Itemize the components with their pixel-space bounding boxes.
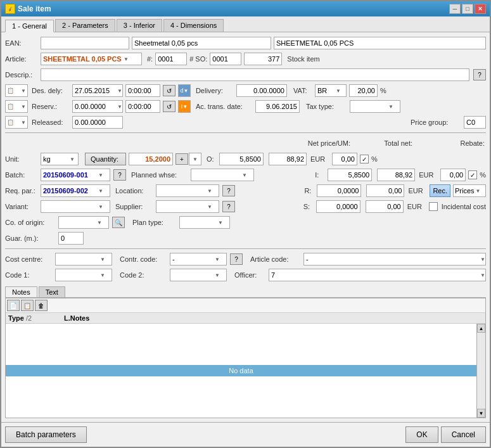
- scroll-up-arrow[interactable]: ▲: [477, 324, 485, 333]
- vat-pct-input[interactable]: [349, 84, 378, 97]
- location-help-icon[interactable]: ?: [222, 185, 235, 196]
- officer-input[interactable]: [269, 269, 480, 281]
- unit-input[interactable]: [41, 153, 70, 165]
- plan-type-arrow[interactable]: ▼: [218, 220, 223, 226]
- des-dely-mode-btn[interactable]: d▼: [178, 84, 191, 97]
- contr-code-arrow[interactable]: ▼: [215, 257, 220, 262]
- released-input[interactable]: [72, 116, 123, 129]
- i-total-input[interactable]: [377, 169, 415, 181]
- code2-arrow[interactable]: ▼: [215, 272, 220, 278]
- code2-input[interactable]: [170, 269, 215, 281]
- des-dely-date-arrow[interactable]: ▼: [117, 88, 122, 94]
- so-num-input[interactable]: [244, 53, 282, 65]
- co-origin-help-icon[interactable]: 🔍: [112, 217, 125, 228]
- reserv-time-input[interactable]: [125, 100, 160, 113]
- cost-centre-arrow[interactable]: ▼: [100, 257, 105, 262]
- close-button[interactable]: ✕: [475, 4, 486, 14]
- batch-params-button[interactable]: Batch parameters: [5, 426, 87, 443]
- quantity-plus-icon[interactable]: +: [175, 153, 188, 165]
- article-code-arrow[interactable]: ▼: [480, 257, 485, 262]
- article-dropdown-arrow[interactable]: ▼: [124, 56, 129, 62]
- vat-code-input[interactable]: [316, 85, 336, 96]
- reserv-icon-dropdown[interactable]: 📋▼: [5, 100, 28, 113]
- req-par-input[interactable]: [41, 185, 98, 196]
- cost-centre-input[interactable]: [56, 253, 100, 265]
- price-group-input[interactable]: [464, 116, 486, 129]
- tab-parameters[interactable]: 2 - Parameters: [55, 19, 115, 32]
- ok-button[interactable]: OK: [405, 426, 438, 443]
- des-dely-refresh-icon[interactable]: ↺: [163, 85, 175, 96]
- batch-help-icon[interactable]: ?: [113, 169, 126, 181]
- r-price-input[interactable]: [317, 184, 361, 197]
- s-price-input[interactable]: [316, 200, 360, 213]
- contr-code-help-icon[interactable]: ?: [230, 253, 243, 265]
- officer-arrow[interactable]: ▼: [480, 272, 485, 278]
- so-input[interactable]: [210, 53, 241, 65]
- supplier-arrow[interactable]: ▼: [207, 204, 212, 210]
- code1-input[interactable]: [56, 269, 100, 281]
- location-input[interactable]: [156, 185, 207, 196]
- location-arrow[interactable]: ▼: [207, 188, 212, 194]
- o-price-input[interactable]: [219, 153, 264, 165]
- s-total-input[interactable]: [366, 200, 404, 213]
- hash-input[interactable]: [155, 53, 187, 65]
- des-dely-date-input[interactable]: [73, 85, 117, 96]
- article-code-input[interactable]: [304, 253, 480, 265]
- help-icon[interactable]: ?: [473, 69, 486, 80]
- ean-desc1-input[interactable]: [132, 37, 271, 49]
- batch-input[interactable]: [41, 169, 98, 181]
- quantity-button[interactable]: Quantity:: [85, 153, 126, 165]
- tab-general[interactable]: 1 - General: [5, 20, 54, 32]
- code1-arrow[interactable]: ▼: [100, 272, 105, 278]
- variant-arrow[interactable]: ▼: [98, 204, 103, 210]
- article-input[interactable]: [41, 53, 124, 65]
- tax-type-arrow[interactable]: ▼: [388, 104, 393, 110]
- tab-inferior[interactable]: 3 - Inferior: [117, 19, 162, 32]
- ean-desc2-input[interactable]: [274, 37, 486, 49]
- rec-button[interactable]: Rec.: [430, 184, 450, 197]
- i-rebate-input[interactable]: [440, 169, 466, 181]
- notes-scrollbar[interactable]: ▲ ▼: [476, 324, 485, 418]
- i-checkbox[interactable]: [468, 170, 477, 179]
- o-checkbox[interactable]: [360, 155, 369, 163]
- i-price-input[interactable]: [328, 169, 372, 181]
- scroll-down-arrow[interactable]: ▼: [477, 409, 485, 418]
- planned-whse-arrow[interactable]: ▼: [242, 172, 247, 178]
- quantity-mode-dropdown[interactable]: ▼: [189, 153, 201, 165]
- notes-add-icon[interactable]: 📄: [7, 300, 20, 311]
- maximize-button[interactable]: □: [462, 4, 473, 14]
- supplier-help-icon[interactable]: ?: [222, 201, 235, 212]
- prices-arrow[interactable]: ▼: [476, 188, 481, 194]
- variant-input[interactable]: [41, 201, 98, 212]
- delivery-input[interactable]: [236, 84, 287, 97]
- ac-trans-date-input[interactable]: [255, 100, 300, 113]
- notes-delete-icon[interactable]: 🗑: [35, 300, 48, 311]
- released-icon-dropdown[interactable]: 📋▼: [5, 116, 28, 129]
- reserv-refresh-icon[interactable]: ↺: [163, 101, 175, 112]
- ean-input[interactable]: [41, 37, 129, 49]
- req-par-arrow[interactable]: ▼: [98, 188, 103, 194]
- incidental-checkbox[interactable]: [429, 202, 438, 211]
- supplier-input[interactable]: [156, 201, 207, 212]
- des-dely-icon-dropdown[interactable]: 📋▼: [5, 84, 28, 97]
- reserv-arrow[interactable]: ▼: [117, 104, 122, 110]
- des-dely-time-input[interactable]: [125, 84, 160, 97]
- scroll-track[interactable]: [477, 333, 485, 409]
- vat-arrow[interactable]: ▼: [336, 88, 341, 94]
- notes-copy-icon[interactable]: 📋: [21, 300, 34, 311]
- r-total-input[interactable]: [366, 184, 404, 197]
- notes-tab-notes[interactable]: Notes: [5, 286, 37, 297]
- contr-code-input[interactable]: [170, 253, 215, 265]
- co-origin-input[interactable]: [59, 217, 97, 228]
- plan-type-input[interactable]: [180, 217, 218, 228]
- o-total-input[interactable]: [269, 153, 307, 165]
- reserv-value-input[interactable]: [73, 101, 117, 112]
- co-origin-arrow[interactable]: ▼: [97, 220, 102, 226]
- quantity-input[interactable]: [129, 153, 173, 165]
- unit-arrow[interactable]: ▼: [70, 157, 75, 162]
- minimize-button[interactable]: ─: [449, 4, 461, 14]
- o-rebate-input[interactable]: [332, 153, 357, 165]
- reserv-mode-btn[interactable]: I▼: [178, 100, 191, 113]
- tax-type-input[interactable]: [350, 101, 388, 112]
- batch-arrow[interactable]: ▼: [98, 172, 103, 178]
